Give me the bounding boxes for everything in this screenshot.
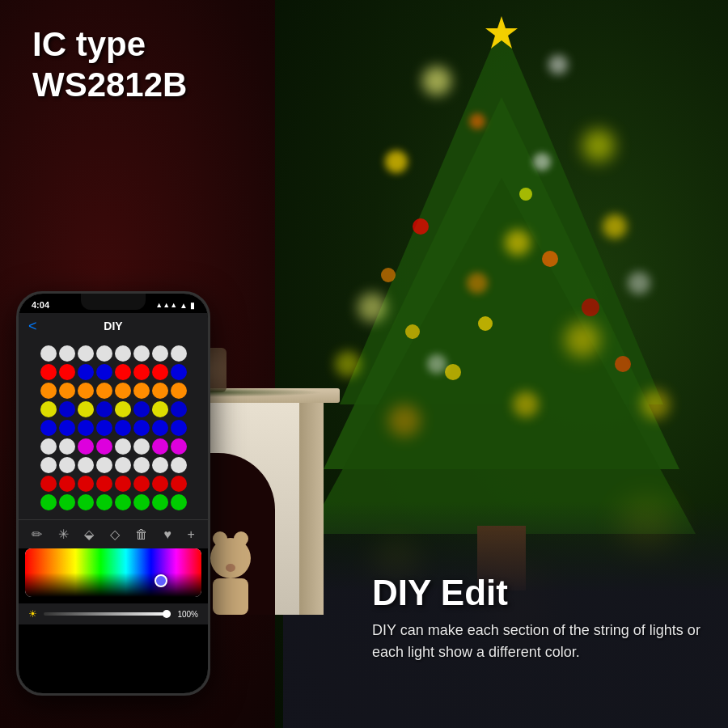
color-dot[interactable] — [152, 420, 168, 436]
color-dot[interactable] — [152, 494, 168, 510]
color-dot[interactable] — [133, 383, 150, 399]
color-dot[interactable] — [133, 401, 150, 417]
toolbar: ✏ ✳ ⬙ ◇ 🗑 ♥ + — [19, 519, 208, 548]
color-dot[interactable] — [59, 401, 75, 417]
color-dot[interactable] — [40, 420, 57, 436]
color-dot[interactable] — [115, 401, 131, 417]
color-dot[interactable] — [115, 457, 131, 473]
color-dot[interactable] — [96, 476, 112, 492]
color-dot[interactable] — [96, 345, 112, 362]
color-dot[interactable] — [78, 494, 94, 510]
color-dot[interactable] — [40, 494, 57, 510]
color-dot[interactable] — [96, 364, 112, 380]
color-dot[interactable] — [59, 420, 75, 436]
color-dot[interactable] — [96, 420, 112, 436]
color-dot[interactable] — [40, 364, 57, 380]
color-dot[interactable] — [40, 401, 57, 417]
color-dot[interactable] — [78, 438, 94, 455]
color-dot[interactable] — [59, 494, 75, 510]
svg-point-4 — [422, 66, 451, 95]
color-dot[interactable] — [59, 476, 75, 492]
svg-point-17 — [533, 153, 551, 171]
color-row — [25, 420, 201, 436]
wand-tool[interactable]: ✳ — [58, 527, 69, 542]
color-picker[interactable] — [25, 548, 201, 597]
color-dot[interactable] — [59, 438, 75, 455]
color-dot[interactable] — [78, 476, 94, 492]
color-dot[interactable] — [115, 420, 131, 436]
phone-mockup: 4:04 ▲▲▲ ▲ ▮ < DIY ✏ ✳ ⬙ ◇ — [16, 291, 210, 696]
color-dot[interactable] — [152, 383, 168, 399]
svg-point-30 — [405, 324, 420, 339]
color-dot[interactable] — [171, 457, 187, 473]
add-tool[interactable]: + — [188, 527, 195, 542]
color-dot[interactable] — [40, 457, 57, 473]
color-dot[interactable] — [115, 494, 131, 510]
color-dot[interactable] — [171, 401, 187, 417]
color-dot[interactable] — [115, 383, 131, 399]
color-dot[interactable] — [78, 345, 94, 362]
diamond-tool[interactable]: ◇ — [110, 527, 120, 542]
color-row — [25, 457, 201, 473]
color-row — [25, 345, 201, 362]
pencil-tool[interactable]: ✏ — [32, 527, 42, 542]
color-dot[interactable] — [115, 476, 131, 492]
color-dot[interactable] — [152, 401, 168, 417]
color-dot[interactable] — [133, 420, 150, 436]
bucket-tool[interactable]: ⬙ — [84, 527, 94, 542]
color-dot[interactable] — [152, 457, 168, 473]
delete-tool[interactable]: 🗑 — [135, 527, 148, 542]
color-dot[interactable] — [59, 345, 75, 362]
color-dot[interactable] — [96, 438, 112, 455]
color-dot[interactable] — [171, 345, 187, 362]
color-dot[interactable] — [171, 364, 187, 380]
color-dot[interactable] — [96, 401, 112, 417]
svg-point-19 — [641, 390, 670, 419]
color-dot[interactable] — [115, 345, 131, 362]
color-dot[interactable] — [78, 420, 94, 436]
status-time: 4:04 — [32, 300, 49, 310]
color-dot[interactable] — [96, 383, 112, 399]
color-dot[interactable] — [133, 364, 150, 380]
color-dot[interactable] — [133, 494, 150, 510]
color-dot[interactable] — [59, 383, 75, 399]
color-dot[interactable] — [78, 383, 94, 399]
heart-tool[interactable]: ♥ — [164, 527, 172, 542]
color-dot[interactable] — [171, 494, 187, 510]
color-dot[interactable] — [59, 457, 75, 473]
color-dot[interactable] — [133, 457, 150, 473]
svg-point-6 — [385, 150, 408, 173]
svg-point-7 — [582, 129, 615, 162]
color-dot[interactable] — [133, 438, 150, 455]
color-dot[interactable] — [152, 438, 168, 455]
color-dot[interactable] — [171, 476, 187, 492]
color-dot[interactable] — [40, 476, 57, 492]
color-dot[interactable] — [152, 476, 168, 492]
color-dot[interactable] — [78, 364, 94, 380]
color-dot[interactable] — [40, 345, 57, 362]
color-dot[interactable] — [115, 364, 131, 380]
ic-type-section: IC type WS2812B — [32, 24, 187, 106]
color-dot[interactable] — [133, 476, 150, 492]
color-dot[interactable] — [171, 420, 187, 436]
back-button[interactable]: < — [28, 318, 37, 335]
color-dot[interactable] — [96, 494, 112, 510]
color-dot[interactable] — [152, 364, 168, 380]
app-title: DIY — [104, 320, 122, 332]
color-row — [25, 401, 201, 417]
color-dot[interactable] — [40, 383, 57, 399]
color-dot[interactable] — [171, 383, 187, 399]
color-dot[interactable] — [59, 364, 75, 380]
color-dot[interactable] — [171, 438, 187, 455]
color-spectrum — [25, 548, 201, 597]
brightness-value: 100% — [177, 610, 198, 619]
color-dot[interactable] — [115, 438, 131, 455]
color-dot[interactable] — [133, 345, 150, 362]
color-dot[interactable] — [152, 345, 168, 362]
color-dot[interactable] — [78, 457, 94, 473]
color-dot[interactable] — [40, 438, 57, 455]
color-dot[interactable] — [78, 401, 94, 417]
color-dot[interactable] — [96, 457, 112, 473]
brightness-track[interactable] — [44, 612, 171, 616]
svg-point-11 — [358, 293, 387, 322]
